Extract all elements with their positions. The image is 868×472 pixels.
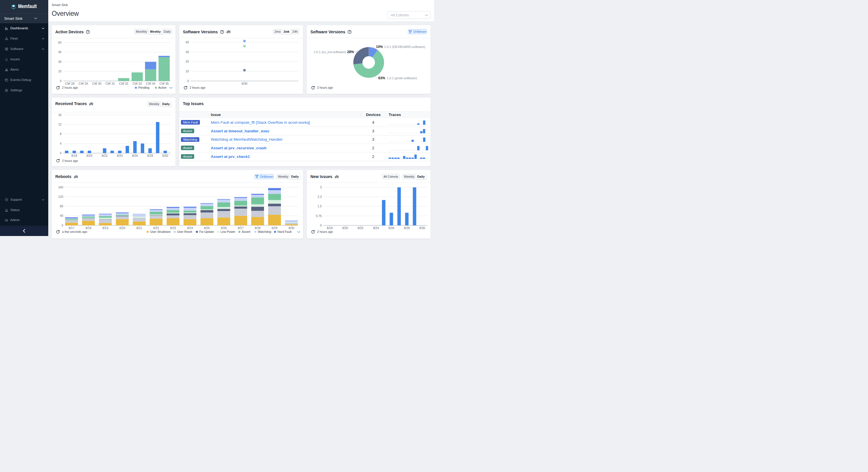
svg-text:0: 0: [61, 223, 63, 227]
svg-text:CW 31: CW 31: [106, 82, 115, 85]
svg-text:8/24: 8/24: [187, 226, 193, 229]
svg-text:1.0.1 (proto-software): 1.0.1 (proto-software): [386, 76, 417, 80]
svg-text:4: 4: [60, 141, 61, 145]
svg-text:2 hours ago: 2 hours ago: [317, 230, 333, 233]
svg-text:8/28: 8/28: [147, 154, 153, 157]
svg-text:40: 40: [186, 40, 189, 44]
svg-text:60: 60: [58, 41, 62, 44]
svg-text:15: 15: [58, 69, 62, 73]
svg-text:0: 0: [60, 79, 61, 83]
svg-text:0: 0: [187, 79, 189, 83]
svg-text:2 hours ago: 2 hours ago: [317, 86, 333, 89]
svg-text:8/30: 8/30: [162, 154, 168, 157]
svg-text:8/28: 8/28: [404, 226, 410, 229]
svg-text:2 hours ago: 2 hours ago: [62, 86, 78, 89]
svg-text:8/17: 8/17: [69, 226, 75, 229]
svg-text:Hard Fault: Hard Fault: [277, 230, 291, 233]
svg-text:8/24: 8/24: [117, 154, 123, 157]
svg-text:45: 45: [58, 50, 62, 54]
svg-text:8/24: 8/24: [373, 226, 379, 229]
svg-text:8/28: 8/28: [255, 226, 261, 229]
svg-text:a few seconds ago: a few seconds ago: [62, 230, 87, 233]
svg-text:Fw Update: Fw Update: [199, 230, 214, 233]
svg-text:120: 120: [58, 195, 63, 198]
svg-text:2.3: 2.3: [318, 195, 322, 198]
svg-text:Assert: Assert: [242, 230, 250, 233]
svg-text:8/26: 8/26: [132, 154, 138, 157]
svg-text:40: 40: [60, 214, 63, 217]
svg-text:Watchdog: Watchdog: [258, 230, 272, 233]
svg-text:30: 30: [186, 50, 189, 54]
svg-text:CW 32: CW 32: [119, 82, 128, 85]
svg-text:8/27: 8/27: [238, 226, 244, 229]
svg-text:12: 12: [58, 123, 62, 126]
svg-text:0: 0: [60, 151, 61, 155]
svg-text:8/30: 8/30: [288, 226, 294, 229]
svg-text:8/18: 8/18: [86, 226, 92, 229]
svg-text:28%: 28%: [347, 50, 354, 54]
svg-text:10: 10: [186, 69, 189, 73]
svg-text:8/20: 8/20: [120, 226, 126, 229]
svg-text:1.0.1 (xx_evt-software): 1.0.1 (xx_evt-software): [314, 50, 346, 54]
svg-text:8/18: 8/18: [327, 226, 333, 229]
svg-text:8/21: 8/21: [136, 226, 142, 229]
svg-text:8/22: 8/22: [358, 226, 364, 229]
svg-text:8/29: 8/29: [272, 226, 278, 229]
svg-text:CW 28: CW 28: [65, 82, 74, 85]
svg-text:CW 35: CW 35: [159, 82, 168, 85]
svg-text:10%: 10%: [376, 45, 383, 49]
svg-text:CW 29: CW 29: [79, 82, 88, 85]
svg-text:3: 3: [320, 186, 322, 189]
svg-text:8/25: 8/25: [204, 226, 210, 229]
svg-text:2 hours ago: 2 hours ago: [62, 159, 78, 162]
svg-text:8/23: 8/23: [170, 226, 176, 229]
svg-text:8/30: 8/30: [420, 226, 425, 229]
svg-text:0: 0: [320, 223, 322, 227]
svg-text:16: 16: [58, 113, 62, 116]
svg-text:8/18: 8/18: [71, 154, 77, 157]
svg-text:8/30: 8/30: [242, 82, 248, 85]
svg-text:1.5: 1.5: [318, 204, 322, 208]
svg-text:8/22: 8/22: [102, 154, 108, 157]
svg-text:2 hours ago: 2 hours ago: [190, 86, 206, 89]
svg-text:User Reset: User Reset: [177, 230, 192, 233]
svg-text:Active: Active: [158, 86, 166, 89]
svg-text:63%: 63%: [378, 76, 385, 80]
svg-text:8/22: 8/22: [153, 226, 159, 229]
svg-text:8/20: 8/20: [342, 226, 348, 229]
svg-text:8/26: 8/26: [221, 226, 227, 229]
svg-text:80: 80: [60, 204, 63, 208]
svg-text:Pending: Pending: [138, 86, 150, 89]
svg-text:CW 34: CW 34: [146, 82, 155, 85]
svg-text:0.75: 0.75: [316, 214, 322, 217]
svg-text:User Shutdown: User Shutdown: [150, 230, 171, 233]
svg-text:8/19: 8/19: [102, 226, 108, 229]
svg-text:CW 33: CW 33: [133, 82, 142, 85]
svg-text:8: 8: [60, 132, 61, 135]
svg-text:8/26: 8/26: [389, 226, 395, 229]
svg-text:8/20: 8/20: [87, 154, 92, 157]
svg-text:1.0.1 (DEVBOARD-software): 1.0.1 (DEVBOARD-software): [384, 45, 425, 49]
svg-text:160: 160: [58, 185, 63, 189]
svg-text:30: 30: [58, 60, 62, 63]
svg-text:20: 20: [186, 60, 189, 63]
svg-text:Low Power: Low Power: [221, 230, 236, 233]
svg-text:CW 30: CW 30: [92, 82, 101, 85]
